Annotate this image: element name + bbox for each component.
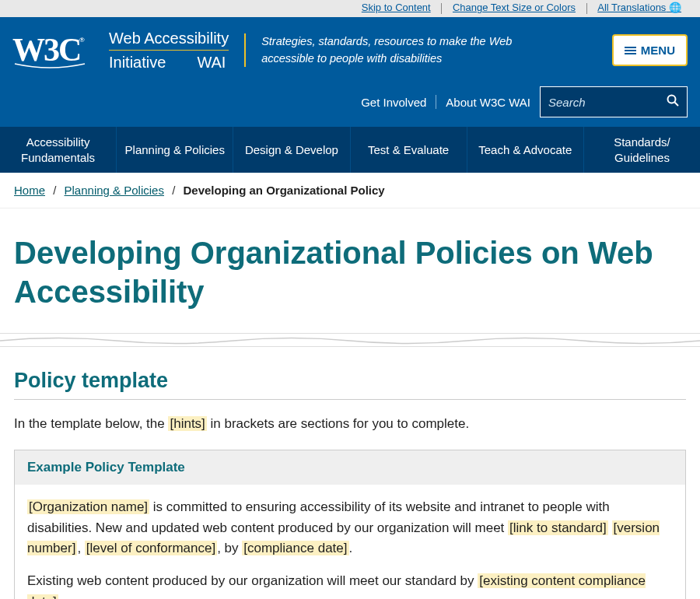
divider — [586, 3, 587, 14]
brand-line2: InitiativeWAI — [109, 50, 229, 72]
svg-text:W3C: W3C — [12, 32, 80, 68]
nav-test-evaluate[interactable]: Test & Evaluate — [351, 127, 467, 173]
main-nav: Accessibility Fundamentals Planning & Po… — [0, 127, 700, 173]
bc-home[interactable]: Home — [14, 184, 45, 197]
get-involved-link[interactable]: Get Involved — [361, 96, 426, 109]
hint-conformance: [level of conformance] — [85, 541, 217, 555]
nav-accessibility-fundamentals[interactable]: Accessibility Fundamentals — [0, 127, 117, 173]
breadcrumb: Home / Planning & Policies / Developing … — [0, 173, 700, 208]
translations-icon: 🌐 — [669, 2, 681, 13]
page-title: Developing Organizational Policies on We… — [0, 208, 700, 333]
section-title: Policy template — [14, 369, 686, 400]
menu-button[interactable]: MENU — [612, 34, 688, 66]
translations-link[interactable]: All Translations 🌐 — [597, 2, 681, 13]
hint-compliance-date: [compliance date] — [242, 541, 348, 555]
nav-standards-guidelines[interactable]: Standards/ Guidelines — [584, 127, 700, 173]
skip-link[interactable]: Skip to Content — [362, 2, 431, 13]
brand-text: Web Accessibility InitiativeWAI — [109, 28, 229, 72]
hint-marker: [hints] — [168, 416, 206, 431]
svg-point-2 — [668, 96, 676, 103]
search-input[interactable] — [548, 96, 667, 109]
search-icon[interactable] — [667, 94, 679, 110]
divider — [441, 3, 442, 14]
site-header: W3C ® Web Accessibility InitiativeWAI St… — [0, 17, 700, 127]
nav-teach-advocate[interactable]: Teach & Advocate — [467, 127, 584, 173]
hint-standard-link: [link to standard] — [508, 520, 608, 535]
search-box[interactable] — [540, 86, 688, 117]
svg-text:®: ® — [79, 36, 85, 44]
hint-org-name: [Organization name] — [27, 499, 149, 514]
content: Policy template In the template below, t… — [0, 347, 700, 599]
intro-text: In the template below, the [hints] in br… — [14, 414, 686, 434]
bc-current: Developing an Organizational Policy — [183, 184, 384, 197]
bc-section[interactable]: Planning & Policies — [65, 184, 164, 197]
example-header: Example Policy Template — [15, 450, 685, 485]
divider — [436, 95, 436, 109]
nav-planning-policies[interactable]: Planning & Policies — [117, 127, 233, 173]
about-link[interactable]: About W3C WAI — [446, 96, 530, 109]
w3c-logo[interactable]: W3C ® — [12, 30, 109, 70]
utility-bar: Skip to Content Change Text Size or Colo… — [0, 0, 700, 17]
nav-design-develop[interactable]: Design & Develop — [233, 127, 350, 173]
text-size-link[interactable]: Change Text Size or Colors — [453, 2, 576, 13]
hamburger-icon — [625, 45, 636, 56]
svg-line-3 — [675, 103, 679, 107]
example-body: [Organization name] is committed to ensu… — [15, 485, 685, 599]
example-box: Example Policy Template [Organization na… — [14, 450, 686, 599]
brand-line1: Web Accessibility — [109, 28, 229, 48]
tagline: Strategies, standards, resources to make… — [244, 33, 524, 68]
wave-divider — [0, 333, 700, 347]
